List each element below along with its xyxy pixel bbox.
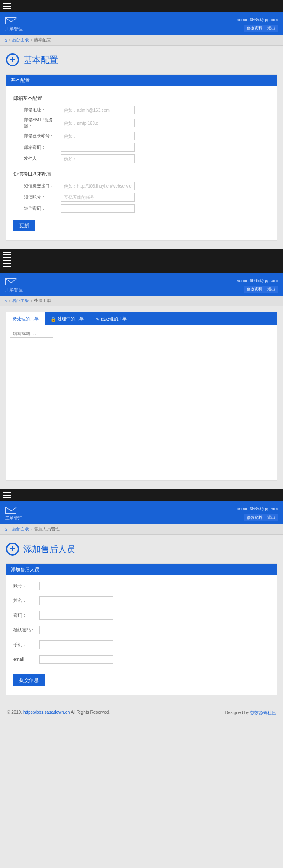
label-email-addr: 邮箱地址： <box>24 107 61 113</box>
footer-right: Designed by 莎莎源码社区 <box>225 710 276 716</box>
crumb-dashboard[interactable]: 后台面板 <box>12 37 29 43</box>
hamburger-icon[interactable] <box>3 3 11 9</box>
tab-processing-label: 处理中的工单 <box>58 316 84 322</box>
hamburger-icon[interactable] <box>3 492 11 498</box>
brand: 工单管理 <box>5 17 23 32</box>
row-smtp: 邮箱SMTP服务器： <box>13 117 270 129</box>
input-sender[interactable] <box>61 154 135 163</box>
user-email: admin.6665@qq.com <box>237 278 278 283</box>
page-title-row: + 基本配置 <box>0 46 283 74</box>
designed-link[interactable]: 莎莎源码社区 <box>250 710 276 715</box>
breadcrumb: ⌂ › 后台面板 › 处理工单 <box>0 296 283 306</box>
row-email-login: 邮箱登录帐号： <box>13 132 270 140</box>
user-email: admin.6665@qq.com <box>237 507 278 511</box>
crumb-sep: › <box>31 38 32 42</box>
input-email[interactable] <box>39 655 113 664</box>
crumb-sep: › <box>31 299 32 303</box>
blue-header: 工单管理 admin.6665@qq.com 修改资料 退出 <box>0 273 283 296</box>
input-sms-api[interactable] <box>61 182 135 190</box>
home-icon[interactable]: ⌂ <box>4 527 7 532</box>
row-acct: 账号： <box>13 582 270 590</box>
profile-button[interactable]: 修改资料 <box>244 514 265 521</box>
input-pwd2[interactable] <box>39 626 113 634</box>
blue-header: 工单管理 admin.6665@qq.com 修改资料 退出 <box>0 501 283 524</box>
logout-button[interactable]: 退出 <box>265 25 278 32</box>
user-box: admin.6665@qq.com 修改资料 退出 <box>237 507 278 521</box>
breadcrumb: ⌂ › 后台面板 › 基本配置 <box>0 35 283 46</box>
row-email-pwd: 邮箱密码： <box>13 143 270 152</box>
hamburger-icon-2[interactable] <box>3 260 11 267</box>
panel-header: 基本配置 <box>6 75 277 86</box>
row-phone: 手机： <box>13 640 270 649</box>
profile-button[interactable]: 修改资料 <box>244 286 265 293</box>
panel-header: 添加售后人员 <box>6 564 277 575</box>
breadcrumb: ⌂ › 后台面板 › 售后人员管理 <box>0 524 283 535</box>
label-sms-api: 短信提交接口： <box>24 183 61 189</box>
mail-icon <box>5 507 16 514</box>
add-staff-panel: 添加售后人员 账号： 姓名： 密码： 确认密码： 手机： <box>6 563 277 695</box>
crumb-sep: › <box>31 527 32 531</box>
topbar <box>0 249 283 273</box>
hamburger-icon[interactable] <box>3 252 11 258</box>
logout-button[interactable]: 退出 <box>265 514 278 521</box>
lock-icon: 🔒 <box>51 317 56 322</box>
label-email: email： <box>13 657 39 663</box>
topbar <box>0 0 283 12</box>
label-acct: 账号： <box>13 583 39 589</box>
section-sms-title: 短信接口基本配置 <box>13 171 270 177</box>
input-email-pwd[interactable] <box>61 143 135 152</box>
config-panel: 基本配置 邮箱基本配置 邮箱地址： 邮箱SMTP服务器： 邮箱登录帐号： 邮箱密… <box>6 74 277 241</box>
crumb-sep: › <box>9 299 10 303</box>
input-sms-acct[interactable] <box>61 193 135 202</box>
crumb-dashboard[interactable]: 后台面板 <box>12 298 29 304</box>
input-phone[interactable] <box>39 640 113 649</box>
row-sms-api: 短信提交接口： <box>13 182 270 190</box>
label-pwd2: 确认密码： <box>13 627 39 633</box>
footer-left: © 2019. https://bbs.sasadown.cn All Righ… <box>7 710 110 716</box>
brand-title: 工单管理 <box>5 287 23 293</box>
search-input[interactable] <box>10 329 53 338</box>
crumb-dashboard[interactable]: 后台面板 <box>12 526 29 532</box>
plus-icon[interactable]: + <box>6 53 19 66</box>
row-email-addr: 邮箱地址： <box>13 106 270 114</box>
brand-title: 工单管理 <box>5 26 23 32</box>
row-sms-acct: 短信账号： <box>13 193 270 202</box>
label-email-login: 邮箱登录帐号： <box>24 133 61 139</box>
blue-header: 工单管理 admin.6665@qq.com 修改资料 退出 <box>0 12 283 35</box>
home-icon[interactable]: ⌂ <box>4 37 7 42</box>
user-box: admin.6665@qq.com 修改资料 退出 <box>237 17 278 32</box>
designed-pre: Designed by <box>225 710 250 715</box>
tab-done[interactable]: ✎ 已处理的工单 <box>90 312 133 325</box>
profile-button[interactable]: 修改资料 <box>244 25 265 32</box>
screenshot-1: 工单管理 admin.6665@qq.com 修改资料 退出 ⌂ › 后台面板 … <box>0 0 283 241</box>
input-acct[interactable] <box>39 582 113 590</box>
topbar <box>0 489 283 501</box>
input-sms-pwd[interactable] <box>61 204 135 213</box>
brand: 工单管理 <box>5 278 23 293</box>
page-title: 基本配置 <box>23 54 58 66</box>
user-box: admin.6665@qq.com 修改资料 退出 <box>237 278 278 293</box>
crumb-sep: › <box>9 38 10 42</box>
submit-button[interactable]: 提交信息 <box>13 674 45 686</box>
label-pwd: 密码： <box>13 612 39 618</box>
copyright-link[interactable]: https://bbs.sasadown.cn <box>23 710 70 715</box>
edit-icon: ✎ <box>96 317 99 322</box>
copyright-pre: © 2019. <box>7 710 23 715</box>
label-sender: 发件人： <box>24 156 61 162</box>
screenshot-2: 工单管理 admin.6665@qq.com 修改资料 退出 ⌂ › 后台面板 … <box>0 249 283 481</box>
tab-pending[interactable]: 待处理的工单 <box>6 312 45 325</box>
input-email-login[interactable] <box>61 132 135 140</box>
update-button[interactable]: 更新 <box>13 220 35 231</box>
input-email-addr[interactable] <box>61 106 135 114</box>
label-email-pwd: 邮箱密码： <box>24 144 61 150</box>
home-icon[interactable]: ⌂ <box>4 298 7 303</box>
input-pwd[interactable] <box>39 611 113 620</box>
tab-processing[interactable]: 🔒 处理中的工单 <box>45 312 90 325</box>
logout-button[interactable]: 退出 <box>265 286 278 293</box>
mail-icon <box>5 278 16 285</box>
tab-done-label: 已处理的工单 <box>101 316 127 322</box>
plus-icon[interactable]: + <box>6 543 19 556</box>
mail-icon <box>5 17 16 24</box>
input-name[interactable] <box>39 596 113 605</box>
input-smtp[interactable] <box>61 119 135 127</box>
